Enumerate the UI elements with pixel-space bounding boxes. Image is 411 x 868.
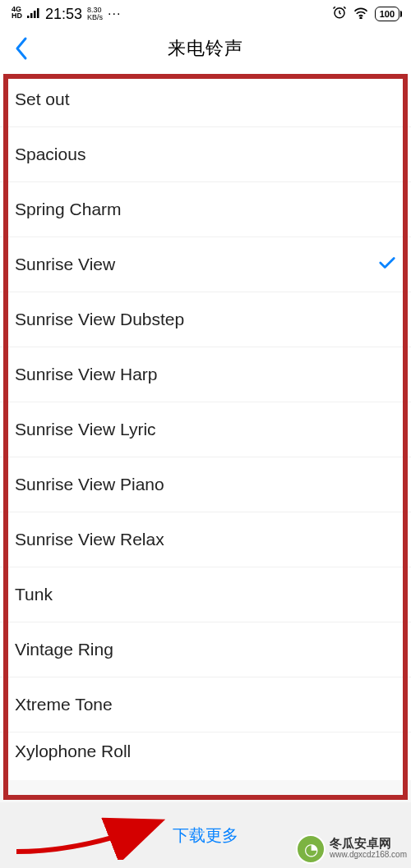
svg-rect-3 [37,8,39,18]
check-icon [378,255,396,274]
ringtone-label: Tunk [15,585,53,604]
status-datarate: 8.30KB/s [87,7,103,21]
network-type-icon: 4GHD [12,6,22,19]
status-left: 4GHD 21:53 8.30KB/s ··· [12,6,121,23]
list-item[interactable]: Set out [0,72,411,127]
status-time: 21:53 [45,6,82,23]
svg-rect-2 [34,11,36,18]
list-item[interactable]: Xtreme Tone [0,677,411,733]
list-item[interactable]: Tunk [0,567,411,622]
ringtone-label: Set out [15,90,70,109]
list-item[interactable]: Sunrise View Piano [0,457,411,512]
list-item[interactable]: Sunrise View Lyric [0,402,411,457]
status-more-icon: ··· [108,7,121,21]
page-title: 来电铃声 [168,36,243,61]
list-item[interactable]: Spring Charm [0,182,411,237]
ringtone-label: Xylophone Roll [15,742,131,761]
list-item[interactable]: Spacious [0,127,411,182]
status-right: 100 [332,5,399,23]
list-item[interactable]: Sunrise View Harp [0,347,411,402]
svg-rect-0 [27,16,30,18]
status-bar: 4GHD 21:53 8.30KB/s ··· 100 [0,0,411,26]
ringtone-list: Set out Spacious Spring Charm Sunrise Vi… [0,71,411,780]
list-item[interactable]: Vintage Ring [0,622,411,677]
list-item[interactable]: Sunrise View [0,237,411,292]
ringtone-label: Sunrise View Relax [15,530,164,549]
back-button[interactable] [15,36,28,61]
download-more-button[interactable]: 下载更多 [173,824,238,847]
ringtone-label: Xtreme Tone [15,695,113,714]
ringtone-label: Sunrise View [15,255,115,274]
arrow-annotation-icon [8,811,173,860]
watermark-text: 冬瓜安卓网 www.dgxcdz168.com [330,838,407,861]
svg-rect-1 [30,13,33,18]
watermark-logo-icon [296,834,326,864]
ringtone-label: Spring Charm [15,200,122,219]
alarm-icon [332,5,347,23]
ringtone-label: Vintage Ring [15,640,113,659]
ringtone-label: Spacious [15,145,85,164]
watermark: 冬瓜安卓网 www.dgxcdz168.com [296,834,407,864]
ringtone-label: Sunrise View Dubstep [15,310,184,329]
signal-icon [27,8,40,21]
list-item[interactable]: Xylophone Roll [0,733,411,780]
list-item[interactable]: Sunrise View Dubstep [0,292,411,347]
svg-point-5 [360,17,362,19]
ringtone-label: Sunrise View Lyric [15,420,156,439]
ringtone-label: Sunrise View Harp [15,365,158,384]
header: 来电铃声 [0,26,411,71]
ringtone-label: Sunrise View Piano [15,475,164,494]
list-item[interactable]: Sunrise View Relax [0,512,411,567]
battery-icon: 100 [375,7,399,21]
wifi-icon [353,7,368,21]
